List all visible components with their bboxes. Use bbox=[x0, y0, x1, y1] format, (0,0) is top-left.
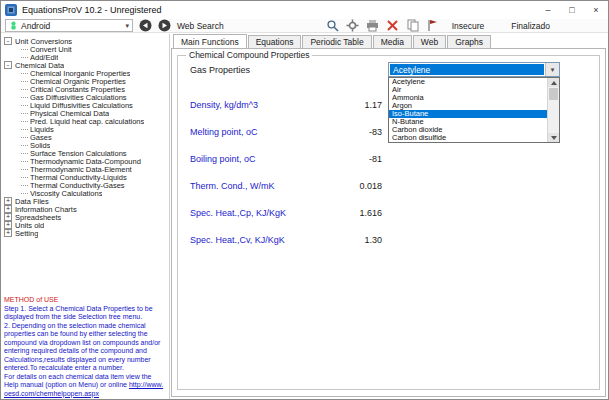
tree-toggle-icon[interactable]: + bbox=[4, 197, 12, 205]
tab-equations[interactable]: Equations bbox=[248, 35, 302, 48]
property-row-boiling-point: Boiling point, oC -81 bbox=[190, 148, 382, 175]
property-row-density: Density, kg/dm^3 1.17 bbox=[190, 94, 382, 121]
dropdown-option-acetylene[interactable]: Acetylene bbox=[389, 78, 547, 86]
dropdown-scrollbar[interactable] bbox=[547, 78, 559, 142]
sidebar-item-setting[interactable]: + Setting bbox=[4, 229, 169, 237]
property-row-melting-point: Melting point, oC -83 bbox=[190, 121, 382, 148]
search-button[interactable] bbox=[326, 19, 340, 32]
sidebar-item-unit-conversions[interactable]: - Unit Conversions bbox=[4, 37, 169, 45]
tree-toggle-icon[interactable]: - bbox=[4, 61, 12, 69]
app-window: EquationsProV 10.2 - Unregistered – □ × … bbox=[0, 0, 609, 400]
property-label: Boiling point, oC bbox=[190, 154, 256, 164]
property-row-thermal-conductivity: Therm. Cond., W/mK 0.018 bbox=[190, 175, 382, 202]
maximize-button[interactable]: □ bbox=[560, 1, 584, 19]
toolbar: Android ▾ Web Search bbox=[1, 19, 608, 33]
sidebar-item-convert-unit[interactable]: Convert Unit bbox=[4, 45, 169, 53]
tab-web[interactable]: Web bbox=[413, 35, 446, 48]
gas-properties-dropdown: Acetylene Air Ammonia Argon Iso-Butane N… bbox=[388, 77, 560, 143]
tree-item-label: Setting bbox=[15, 229, 38, 238]
method-of-use-heading: METHOD of USE bbox=[4, 296, 165, 305]
forward-button[interactable] bbox=[158, 19, 171, 32]
tab-main-functions[interactable]: Main Functions bbox=[173, 34, 247, 48]
tree-toggle-icon[interactable]: + bbox=[4, 213, 12, 221]
property-value: 0.018 bbox=[359, 181, 382, 191]
gas-properties-select[interactable]: Acetylene ▾ bbox=[388, 62, 560, 77]
property-label: Melting point, oC bbox=[190, 127, 258, 137]
property-row-specific-heat-cv: Spec. Heat.,Cv, KJ/KgK 1.30 bbox=[190, 229, 382, 256]
tree-toggle-icon[interactable]: + bbox=[4, 205, 12, 213]
settings-button[interactable] bbox=[346, 19, 360, 32]
gas-properties-label: Gas Properties bbox=[190, 65, 250, 75]
tab-graphs[interactable]: Graphs bbox=[447, 35, 491, 48]
toolbar-icon-cluster: Insecure bbox=[326, 19, 485, 32]
window-title: EquationsProV 10.2 - Unregistered bbox=[22, 5, 162, 15]
scroll-down-button[interactable] bbox=[548, 133, 559, 142]
tree-toggle-icon[interactable]: + bbox=[4, 229, 12, 237]
dropdown-options: Acetylene Air Ammonia Argon Iso-Butane N… bbox=[389, 78, 547, 142]
status-label: Finalizado bbox=[511, 21, 550, 31]
gas-properties-select-value: Acetylene bbox=[390, 64, 544, 75]
app-icon bbox=[5, 4, 17, 16]
property-value: 1.616 bbox=[359, 208, 382, 218]
back-button[interactable] bbox=[139, 19, 152, 32]
sidebar-item-liquids[interactable]: Liquids bbox=[4, 125, 169, 133]
main-panel: Main Functions Equations Periodic Table … bbox=[170, 34, 608, 399]
tab-bar: Main Functions Equations Periodic Table … bbox=[170, 34, 608, 48]
property-value: 1.17 bbox=[364, 100, 382, 110]
minimize-icon: – bbox=[545, 5, 550, 15]
close-icon bbox=[387, 20, 398, 31]
groupbox-title: Chemical Compound Properties bbox=[186, 50, 312, 60]
android-icon bbox=[9, 21, 18, 30]
copy-button[interactable] bbox=[406, 19, 420, 32]
method-of-use-step2: 2. Depending on the selection made chemi… bbox=[4, 322, 165, 373]
tab-media[interactable]: Media bbox=[373, 35, 412, 48]
device-select-value: Android bbox=[21, 21, 50, 31]
scroll-up-button[interactable] bbox=[548, 78, 559, 87]
flag-icon bbox=[427, 19, 438, 32]
property-value: -83 bbox=[369, 127, 382, 137]
printer-icon bbox=[366, 19, 379, 32]
close-document-button[interactable] bbox=[386, 19, 400, 32]
tab-periodic-table[interactable]: Periodic Table bbox=[302, 35, 371, 48]
property-value: 1.30 bbox=[364, 235, 382, 245]
flag-button[interactable] bbox=[426, 19, 440, 32]
sidebar-item-gases[interactable]: Gases bbox=[4, 133, 169, 141]
chevron-down-icon: ▾ bbox=[551, 66, 555, 74]
method-of-use-footer: For details on each chemical data item v… bbox=[4, 373, 165, 399]
property-row-specific-heat-cp: Spec. Heat.,Cp, KJ/KgK 1.616 bbox=[190, 202, 382, 229]
navigation-tree: - Unit Conversions Convert Unit Add/Edit… bbox=[1, 34, 169, 237]
scroll-up-icon bbox=[551, 81, 557, 85]
scrollbar-thumb[interactable] bbox=[549, 88, 558, 100]
dropdown-option-ammonia[interactable]: Ammonia bbox=[389, 94, 547, 102]
method-of-use: METHOD of USE Step 1. Select a Chemical … bbox=[4, 296, 165, 398]
window-controls: – □ × bbox=[536, 1, 608, 19]
combo-drop-button[interactable]: ▾ bbox=[545, 63, 559, 76]
tree-toggle-icon[interactable]: - bbox=[4, 37, 12, 45]
dropdown-option-carbon-disulfide[interactable]: Carbon disulfide bbox=[389, 134, 547, 142]
property-label: Therm. Cond., W/mK bbox=[190, 181, 275, 191]
minimize-button[interactable]: – bbox=[536, 1, 560, 19]
tree-toggle-icon[interactable]: + bbox=[4, 221, 12, 229]
close-window-icon: × bbox=[593, 5, 598, 15]
web-search-label: Web Search bbox=[177, 21, 224, 31]
property-list: Density, kg/dm^3 1.17 Melting point, oC … bbox=[190, 94, 382, 256]
tab-content: Chemical Compound Properties Gas Propert… bbox=[171, 48, 606, 397]
search-icon bbox=[326, 19, 339, 32]
scroll-down-icon bbox=[551, 136, 557, 140]
method-of-use-step1: Step 1. Select a Chemical Data Propertie… bbox=[4, 305, 165, 322]
chemical-compound-properties-group: Chemical Compound Properties Gas Propert… bbox=[177, 55, 600, 390]
property-label: Spec. Heat.,Cp, KJ/KgK bbox=[190, 208, 286, 218]
property-value: -81 bbox=[369, 154, 382, 164]
sidebar: - Unit Conversions Convert Unit Add/Edit… bbox=[1, 34, 170, 399]
property-label: Density, kg/dm^3 bbox=[190, 100, 258, 110]
close-window-button[interactable]: × bbox=[584, 1, 608, 19]
insecure-label: Insecure bbox=[452, 21, 485, 31]
property-label: Spec. Heat.,Cv, KJ/KgK bbox=[190, 235, 285, 245]
gear-icon bbox=[346, 19, 359, 32]
title-bar: EquationsProV 10.2 - Unregistered – □ × bbox=[1, 1, 608, 19]
copy-icon bbox=[407, 19, 419, 32]
print-button[interactable] bbox=[366, 19, 380, 32]
sidebar-item-pred-liquid-heat-cap[interactable]: Pred. Liquid heat cap. calculations bbox=[4, 117, 169, 125]
device-select[interactable]: Android ▾ bbox=[5, 19, 133, 32]
chevron-down-icon: ▾ bbox=[125, 22, 129, 30]
